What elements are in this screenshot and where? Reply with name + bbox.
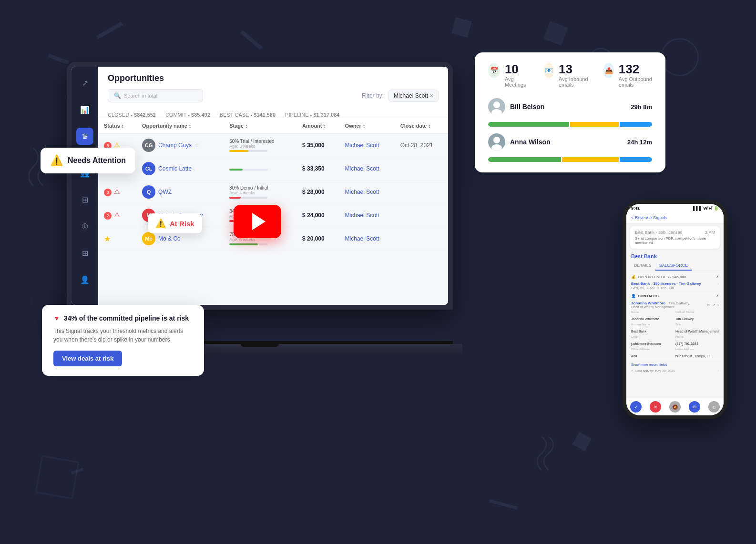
search-placeholder: Search in total: [124, 93, 157, 99]
phone-contact-details: Name Johanna Whitmore Contact Owner Tim …: [631, 311, 719, 359]
phone-screen: 9:41 ▌▌▌ WiFi 🔋 < Revenue Signals Best B…: [626, 204, 724, 415]
company-logo: Q: [142, 185, 155, 199]
phone-bottom-bar: ✓ ✕ 🔕 ✉ ⎋: [626, 398, 724, 415]
tab-salesforce[interactable]: SALESFORCE: [655, 261, 692, 271]
pipeline-stats: CLOSED - $842,552 COMMIT - $85,492 BEST …: [108, 108, 439, 118]
phone-opp-date: Sep. 20, 2020 · $165,000: [631, 286, 701, 290]
stat-closed: CLOSED - $842,552: [108, 112, 156, 118]
phone-action-check[interactable]: ✓: [630, 401, 642, 413]
person-name-bill: Bill Belson: [510, 103, 631, 111]
stat-best-case: BEST CASE - $141,580: [220, 112, 276, 118]
stat-commit: COMMIT - $85,492: [165, 112, 210, 118]
col-owner[interactable]: Owner ↕: [339, 118, 395, 134]
field-phone-value: (337) 791-3344: [675, 342, 698, 345]
phone-signal: ▌▌▌ WiFi 🔋: [693, 206, 719, 211]
outbound-email-icon: 📤: [603, 63, 613, 78]
phone-time: 9:41: [631, 206, 640, 211]
external-icon[interactable]: ↗: [712, 303, 715, 307]
play-button[interactable]: [234, 205, 281, 238]
chevron-right-icon[interactable]: ›: [717, 303, 719, 307]
phone-action-mail[interactable]: ✉: [689, 401, 700, 413]
edit-icon[interactable]: ✏: [707, 303, 710, 307]
stat-inbound-label: Avg Inbound emails: [559, 76, 589, 88]
stats-top: 📅 10 Avg Meetings 📧 13 Avg Inbound email…: [488, 63, 652, 88]
warning-icon: ⚠️: [50, 154, 63, 167]
last-activity-text: Last activity: May 30, 2021: [635, 369, 675, 373]
table-row[interactable]: 3 ⚠ Q QWZ 30% Demo / Initial: [98, 181, 448, 204]
contacts-chevron: ∧: [716, 294, 719, 298]
stat-inbound: 📧 13 Avg Inbound emails: [544, 63, 590, 88]
col-name[interactable]: Opportunity name ↕: [136, 118, 224, 134]
filter-badge[interactable]: Michael Scott ×: [388, 90, 439, 102]
stat-outbound-value: 132: [619, 63, 652, 75]
phone-opp-name: Best Bank - 350 licenses · Tim Gallwey: [631, 282, 701, 286]
sidebar-icon-crown[interactable]: ♛: [76, 128, 93, 145]
col-status[interactable]: Status ↕: [98, 118, 136, 134]
field-contact-owner-value: Tim Gallwey: [675, 317, 694, 321]
stat-meetings: 📅 10 Avg Meetings: [488, 63, 530, 88]
phone-action-share[interactable]: ⎋: [708, 401, 720, 413]
status-icon: ⚠: [114, 211, 120, 219]
filter-close[interactable]: ×: [430, 92, 433, 99]
field-office-value: Add: [631, 354, 637, 358]
tab-details[interactable]: DETAILS: [630, 261, 655, 271]
status-badge: 3: [104, 189, 112, 196]
sidebar-icon-info[interactable]: ①: [76, 218, 93, 235]
stat-outbound: 📤 132 Avg Outbound emails: [603, 63, 652, 88]
col-amount[interactable]: Amount ↕: [296, 118, 339, 134]
phone-card-desc: Send comparison PDF, competitor's name m…: [635, 236, 715, 245]
alert-title: 34% of the committed pipeline is at risk: [64, 314, 189, 322]
phone-action-snooze[interactable]: 🔕: [669, 401, 681, 413]
phone-opp-section: 💰 OPPORTUNITIES - $45,000 ∧: [626, 273, 724, 280]
phone-contacts-label: CONTACTS: [638, 294, 659, 298]
col-stage[interactable]: Stage ↕: [224, 118, 296, 134]
sidebar-icon-arrow[interactable]: ↗: [76, 74, 93, 91]
phone-opp-chevron: ›: [717, 282, 719, 290]
alert-card: ▼ 34% of the committed pipeline is at ri…: [42, 305, 204, 376]
company-name: QWZ: [158, 189, 172, 195]
status-badge: 2: [104, 212, 112, 220]
view-deals-button[interactable]: View deals at risk: [53, 351, 122, 366]
play-triangle-icon: [252, 213, 266, 230]
field-home-label: Home Address: [675, 348, 719, 351]
at-risk-label: At Risk: [170, 220, 194, 228]
person-time-bill: 29h 8m: [631, 103, 652, 111]
filter-value: Michael Scott: [394, 92, 428, 99]
sidebar-icon-chart[interactable]: 📊: [76, 101, 93, 118]
company-logo: Mo: [142, 232, 155, 245]
table-row[interactable]: 3 ⚠ CG Champ Guys ☆: [98, 134, 448, 157]
col-close-date[interactable]: Close date ↕: [395, 118, 448, 134]
filter-label: Filter by:: [362, 92, 384, 99]
phone-nav[interactable]: < Revenue Signals: [626, 212, 724, 223]
activity-chevron: ›: [718, 369, 719, 373]
phone-action-x[interactable]: ✕: [650, 401, 661, 413]
search-box[interactable]: 🔍 Search in total: [108, 89, 203, 102]
show-more-link[interactable]: Show more record fields: [626, 362, 724, 368]
sidebar-icon-grid[interactable]: ⊞: [76, 191, 93, 208]
page-title: Opportunities: [108, 73, 439, 83]
chevron-icon: ∧: [716, 275, 719, 279]
stat-inbound-value: 13: [559, 63, 589, 75]
field-phone-label: Phone: [675, 335, 719, 338]
table-row[interactable]: 👍 CL Cosmic Latte $ 33,: [98, 157, 448, 181]
contacts-icon: 👤: [631, 294, 636, 298]
activity-bar-anna: [488, 157, 652, 162]
company-name: Cosmic Latte: [158, 165, 192, 172]
inbound-email-icon: 📧: [544, 63, 554, 78]
sidebar-icon-user[interactable]: 👤: [76, 271, 93, 288]
phone-notification-card: Best Bank - 350 licenses 2 PM Send compa…: [630, 226, 720, 249]
phone-company-name: Best Bank: [631, 253, 719, 259]
needs-attention-label: Needs Attention: [68, 156, 126, 165]
activity-check-icon: ✓: [631, 369, 634, 373]
sidebar-icon-apps[interactable]: ⊞: [76, 244, 93, 262]
phone-contact-row[interactable]: Johanna Whitmore · Tim Gallwey Head of W…: [626, 299, 724, 362]
calendar-icon: 📅: [488, 63, 500, 78]
status-icon: ⚠: [114, 188, 120, 195]
phone-opp-title: OPPORTUNITIES - $45,000: [638, 275, 686, 279]
field-home-value: 502 East st., Tampa, FL: [675, 354, 711, 358]
phone-opp-row[interactable]: Best Bank - 350 licenses · Tim Gallwey S…: [626, 280, 724, 292]
phone-back-button[interactable]: < Revenue Signals: [631, 215, 667, 220]
stat-pipeline: PIPELINE - $1,317,084: [285, 112, 339, 118]
danger-icon: ⚠️: [155, 218, 166, 229]
stats-card: 📅 10 Avg Meetings 📧 13 Avg Inbound email…: [475, 52, 665, 172]
